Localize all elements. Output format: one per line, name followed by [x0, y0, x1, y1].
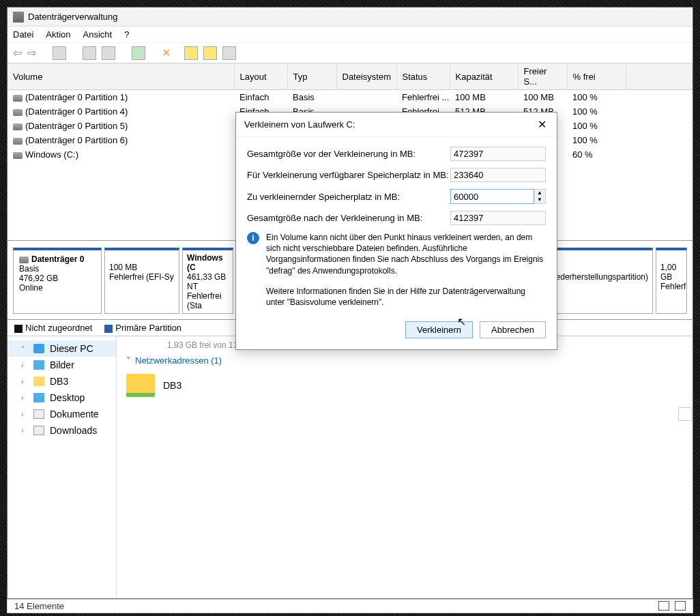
p1-state: Fehlerfrei (EFI-Sy — [109, 272, 174, 282]
menu-view[interactable]: Ansicht — [83, 29, 113, 40]
menu-file[interactable]: Datei — [13, 29, 33, 40]
lbl-total-after: Gesamtgröße nach der Verkleinerung in MB… — [247, 213, 450, 223]
nav-pictures[interactable]: ›Bilder — [8, 357, 116, 373]
shrink-button[interactable]: Verkleinern — [405, 321, 473, 338]
nav-desktop-label: Desktop — [50, 392, 85, 403]
val-total-after: 412397 — [450, 211, 546, 225]
lbl-total-before: Gesamtgröße vor der Verkleinerung in MB: — [247, 149, 450, 159]
info-icon: i — [247, 232, 259, 244]
nav-pic-label: Bilder — [50, 360, 74, 370]
p2-state: Fehlerfrei (Sta — [187, 291, 222, 310]
toolbar-btn-6[interactable] — [184, 46, 198, 60]
legend-unalloc-icon — [14, 325, 23, 333]
menu-action[interactable]: Aktion — [46, 29, 70, 40]
p4-size: 1,00 GB — [660, 263, 676, 282]
group-label: Netzwerkadressen (1) — [135, 355, 222, 366]
shrink-dialog: Verkleinern von Laufwerk C: ✕ Gesamtgröß… — [235, 112, 557, 350]
disk-type: Basis — [19, 264, 39, 274]
nav-desktop[interactable]: ›Desktop — [8, 390, 116, 406]
col-status[interactable]: Status — [396, 63, 450, 90]
disk-size: 476,92 GB — [19, 274, 58, 283]
cancel-button[interactable]: Abbrechen — [480, 321, 546, 338]
nav-downloads[interactable]: ›Downloads — [8, 422, 116, 439]
titlebar[interactable]: Datenträgerverwaltung — [8, 8, 692, 27]
toolbar-btn-2[interactable] — [83, 46, 96, 60]
nav-tree: ˅Dieser PC ›Bilder ›DB3 ›Desktop ›Dokume… — [8, 336, 117, 598]
group-header[interactable]: ˅Netzwerkadressen (1) — [126, 355, 683, 366]
download-icon — [33, 426, 44, 435]
close-icon[interactable]: ✕ — [535, 118, 549, 131]
toolbar: ⇦ ⇨ ✕ — [8, 43, 692, 63]
menu-help[interactable]: ? — [124, 29, 129, 40]
col-fs[interactable]: Dateisystem — [336, 63, 396, 90]
p1-size: 100 MB — [109, 263, 137, 272]
menubar: Datei Aktion Ansicht ? — [8, 27, 692, 43]
toolbar-btn-7[interactable] — [203, 46, 217, 60]
network-folder-icon — [126, 374, 155, 397]
forward-icon[interactable]: ⇨ — [27, 46, 36, 59]
nav-documents[interactable]: ›Dokumente — [8, 406, 116, 422]
val-total-before: 472397 — [450, 147, 546, 161]
col-free[interactable]: Freier S... — [518, 63, 567, 90]
col-cap[interactable]: Kapazität — [450, 63, 518, 90]
disk-name: Datenträger 0 — [31, 254, 84, 264]
p4-state: Fehlerfr — [660, 282, 687, 291]
p2-name: Windows (C — [187, 253, 223, 272]
explorer-content: 1,93 GB frei von 13,5 GB ˅Netzwerkadress… — [117, 336, 692, 598]
legend-primary-icon — [104, 325, 113, 333]
col-layout[interactable]: Layout — [234, 63, 287, 90]
partition-1[interactable]: 100 MB Fehlerfrei (EFI-Sy — [104, 248, 179, 314]
scroll-corner[interactable] — [678, 407, 692, 421]
partition-c[interactable]: Windows (C 461,33 GB NT Fehlerfrei (Sta — [182, 248, 233, 314]
col-pct[interactable]: % frei — [567, 63, 626, 90]
nav-this-pc[interactable]: ˅Dieser PC — [8, 340, 116, 357]
explorer-pane: ˅Dieser PC ›Bilder ›DB3 ›Desktop ›Dokume… — [8, 336, 692, 598]
disk-header[interactable]: Datenträger 0 Basis 476,92 GB Online — [13, 248, 102, 314]
status-text: 14 Elemente — [14, 601, 64, 611]
disk-state: Online — [19, 283, 43, 293]
nav-dl-label: Downloads — [50, 425, 97, 436]
info-text: Ein Volume kann nicht über den Punkt hin… — [266, 232, 546, 276]
toolbar-btn-4[interactable] — [132, 46, 145, 60]
toolbar-btn-3[interactable] — [102, 46, 115, 60]
legend-unalloc: Nicht zugeordnet — [25, 323, 92, 333]
p2-size: 461,33 GB NT — [187, 272, 226, 291]
toolbar-btn-5[interactable]: ✕ — [162, 46, 171, 59]
nav-pc-label: Dieser PC — [50, 343, 93, 354]
lbl-available: Für Verkleinerung verfügbarer Speicherpl… — [247, 170, 450, 180]
spin-down[interactable]: ▼ — [534, 196, 545, 203]
table-row[interactable]: (Datenträger 0 Partition 1)EinfachBasisF… — [8, 90, 692, 105]
status-bar: 14 Elemente — [7, 599, 693, 613]
col-type[interactable]: Typ — [287, 63, 336, 90]
view-details-icon[interactable] — [658, 601, 669, 611]
col-volume[interactable]: Volume — [8, 63, 234, 90]
legend-primary: Primäre Partition — [115, 323, 181, 333]
val-available: 233640 — [450, 168, 546, 182]
network-item-db3[interactable]: DB3 — [126, 374, 683, 397]
partition-4[interactable]: 1,00 GB Fehlerfr — [656, 248, 687, 314]
p3-state: /iederherstellungspartition) — [552, 272, 648, 282]
spin-up[interactable]: ▲ — [534, 190, 545, 196]
view-large-icon[interactable] — [675, 601, 686, 611]
lbl-shrink-amount: Zu verkleinernder Speicherplatz in MB: — [247, 192, 450, 202]
app-icon — [13, 12, 24, 23]
nav-doc-label: Dokumente — [50, 409, 99, 420]
network-item-label: DB3 — [163, 380, 181, 391]
toolbar-btn-8[interactable] — [222, 46, 236, 60]
shrink-amount-input[interactable] — [450, 189, 534, 204]
window-title: Datenträgerverwaltung — [28, 12, 118, 22]
nav-db3[interactable]: ›DB3 — [8, 373, 116, 390]
toolbar-btn-1[interactable] — [53, 46, 66, 60]
nav-db3-label: DB3 — [50, 376, 68, 387]
dialog-title: Verkleinern von Laufwerk C: — [244, 119, 355, 130]
more-text: Weitere Informationen finden Sie in der … — [247, 286, 546, 308]
back-icon[interactable]: ⇦ — [13, 46, 22, 59]
